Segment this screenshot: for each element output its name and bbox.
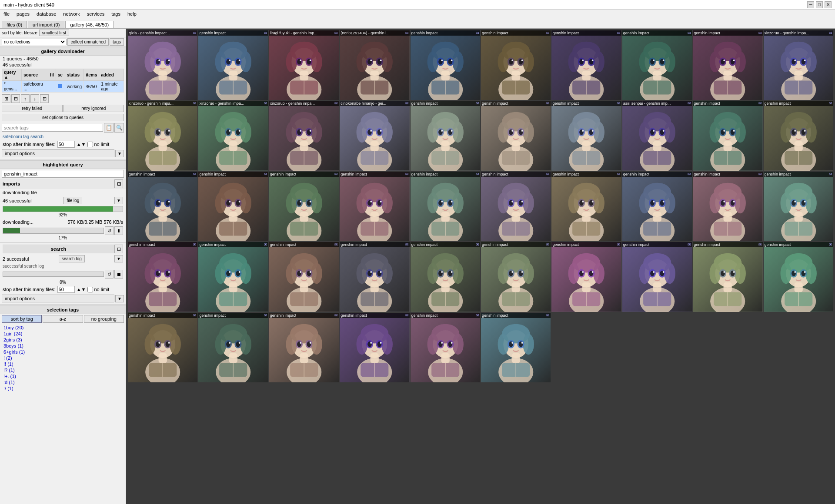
col-added[interactable]: added: [99, 69, 124, 81]
image-cell[interactable]: genshin impact✉: [551, 242, 621, 312]
pause-icon[interactable]: ⏸: [114, 226, 123, 235]
image-cell[interactable]: genshin impact✉: [481, 172, 551, 241]
image-cell[interactable]: genshin impact✉: [481, 242, 551, 312]
image-cell[interactable]: xinzoruo - genshin impa...✉: [764, 30, 833, 100]
stop-after-input[interactable]: [57, 141, 75, 148]
image-cell[interactable]: genshin impact✉: [340, 242, 409, 312]
import-options-search-dropdown[interactable]: ▼: [115, 295, 124, 302]
image-cell[interactable]: genshin impact✉: [128, 172, 197, 241]
search-refresh-icon[interactable]: ↺: [105, 270, 114, 279]
icon-btn-5[interactable]: ⊡: [40, 94, 49, 103]
image-cell[interactable]: genshin impact✉: [764, 242, 833, 312]
image-cell[interactable]: cinokonabe hinanjo - gei...✉: [340, 101, 409, 170]
image-cell[interactable]: genshin impact✉: [693, 30, 762, 100]
menu-file[interactable]: file: [0, 10, 13, 17]
image-cell[interactable]: genshin impact✉: [693, 172, 762, 241]
search-stop-icon[interactable]: ⏹: [114, 270, 123, 279]
set-options-button[interactable]: set options to queries: [2, 114, 124, 121]
no-grouping-button[interactable]: no grouping: [84, 315, 124, 323]
smallest-first-button[interactable]: smallest first: [39, 30, 70, 36]
image-cell[interactable]: genshin impact✉: [128, 313, 197, 382]
search-expand-icon[interactable]: ⊡: [114, 245, 123, 253]
image-cell[interactable]: genshin impact✉: [198, 30, 268, 100]
import-options-search-button[interactable]: import options: [2, 295, 114, 302]
image-cell[interactable]: xinzoruo - genshin impa...✉: [128, 101, 197, 170]
az-button[interactable]: a-z: [43, 315, 83, 323]
list-item[interactable]: !? (1): [0, 367, 126, 373]
highlighted-query-input[interactable]: [2, 170, 124, 178]
import-options-dropdown[interactable]: ▼: [115, 150, 124, 157]
menu-tags[interactable]: tags: [108, 10, 124, 17]
image-cell[interactable]: genshin impact✉: [198, 313, 268, 382]
image-cell[interactable]: genshin impact✉: [551, 30, 621, 100]
image-cell[interactable]: genshin impact✉: [551, 101, 621, 170]
image-cell[interactable]: (nori31291404) - genshin i...✉: [340, 30, 409, 100]
retry-failed-button[interactable]: retry failed: [2, 105, 63, 112]
tab-files[interactable]: files (0): [2, 21, 27, 28]
icon-btn-4[interactable]: ↓: [30, 94, 39, 103]
image-cell[interactable]: genshin impact✉: [481, 101, 551, 170]
icon-btn-2[interactable]: ⊟: [11, 94, 20, 103]
image-cell[interactable]: qixia - genshin impact...✉: [128, 30, 197, 100]
image-cell[interactable]: genshin impact✉: [764, 172, 833, 241]
menu-services[interactable]: services: [84, 10, 108, 17]
list-item[interactable]: ! (2): [0, 355, 126, 361]
list-item[interactable]: 2girls (3): [0, 337, 126, 343]
image-cell[interactable]: genshin impact✉: [269, 172, 339, 241]
image-cell[interactable]: genshin impact✉: [693, 101, 762, 170]
image-cell[interactable]: genshin impact✉: [481, 313, 551, 382]
image-cell[interactable]: genshin impact✉: [340, 172, 409, 241]
collections-select[interactable]: no collections: [2, 39, 67, 45]
menu-pages[interactable]: pages: [13, 10, 33, 17]
search-icon[interactable]: 🔍: [114, 123, 124, 133]
image-cell[interactable]: genshin impact✉: [198, 242, 268, 312]
tags-button[interactable]: tags: [110, 38, 124, 46]
image-cell[interactable]: genshin impact✉: [340, 313, 409, 382]
stop-after-search-input[interactable]: [57, 286, 75, 293]
image-cell[interactable]: genshin impact✉: [269, 242, 339, 312]
safebooru-tag-search[interactable]: safebooru tag search: [0, 133, 126, 140]
image-cell[interactable]: genshin impact✉: [269, 313, 339, 382]
image-cell[interactable]: genshin impact✉: [128, 242, 197, 312]
close-button[interactable]: ✕: [825, 1, 832, 8]
image-cell[interactable]: genshin impact✉: [411, 30, 480, 100]
tab-gallery[interactable]: gallery (46, 46/50): [65, 21, 114, 28]
menu-help[interactable]: help: [124, 10, 140, 17]
col-items[interactable]: items: [84, 69, 99, 81]
list-item[interactable]: :/ (1): [0, 385, 126, 391]
import-options-button[interactable]: import options: [2, 149, 114, 157]
image-cell[interactable]: genshin impact✉: [411, 313, 480, 382]
image-cell[interactable]: iiragi fuyuki - genshin imp...✉: [269, 30, 339, 100]
search-log-dropdown[interactable]: ▼: [114, 255, 123, 262]
image-cell[interactable]: genshin impact✉: [411, 242, 480, 312]
icon-btn-1[interactable]: ⊞: [2, 94, 10, 103]
image-cell[interactable]: asiri senpai - genshin imp...✉: [622, 101, 692, 170]
maximize-button[interactable]: □: [816, 1, 823, 8]
tab-url-import[interactable]: url import (0): [28, 21, 64, 28]
search-log-button[interactable]: search log: [59, 255, 85, 262]
search-tags-input[interactable]: [2, 124, 103, 132]
imports-expand-icon[interactable]: ⊡: [114, 179, 123, 188]
no-limit-search-label[interactable]: no limit: [87, 287, 109, 292]
list-item[interactable]: 6+girls (1): [0, 349, 126, 355]
image-cell[interactable]: genshin impact✉: [411, 101, 480, 170]
list-item[interactable]: 3boys (1): [0, 343, 126, 349]
retry-ignored-button[interactable]: retry ignored: [63, 105, 124, 112]
image-cell[interactable]: genshin impact✉: [622, 242, 692, 312]
list-item[interactable]: :d (1): [0, 379, 126, 385]
collect-unmatched-button[interactable]: collect unmatched: [67, 38, 109, 46]
image-cell[interactable]: genshin impact✉: [198, 172, 268, 241]
image-cell[interactable]: genshin impact✉: [693, 242, 762, 312]
sort-by-tag-button[interactable]: sort by tag: [2, 315, 42, 323]
no-limit-checkbox[interactable]: [87, 142, 93, 147]
col-query[interactable]: query ▲: [2, 69, 22, 81]
list-item[interactable]: 1girl (24): [0, 331, 126, 337]
file-log-button[interactable]: file log: [63, 197, 82, 204]
image-cell[interactable]: genshin impact✉: [622, 30, 692, 100]
col-source[interactable]: source: [22, 69, 48, 81]
no-limit-label[interactable]: no limit: [87, 142, 109, 147]
image-cell[interactable]: genshin impact✉: [551, 172, 621, 241]
file-log-dropdown[interactable]: ▼: [114, 197, 123, 204]
menu-database[interactable]: database: [33, 10, 60, 17]
image-cell[interactable]: genshin impact✉: [622, 172, 692, 241]
